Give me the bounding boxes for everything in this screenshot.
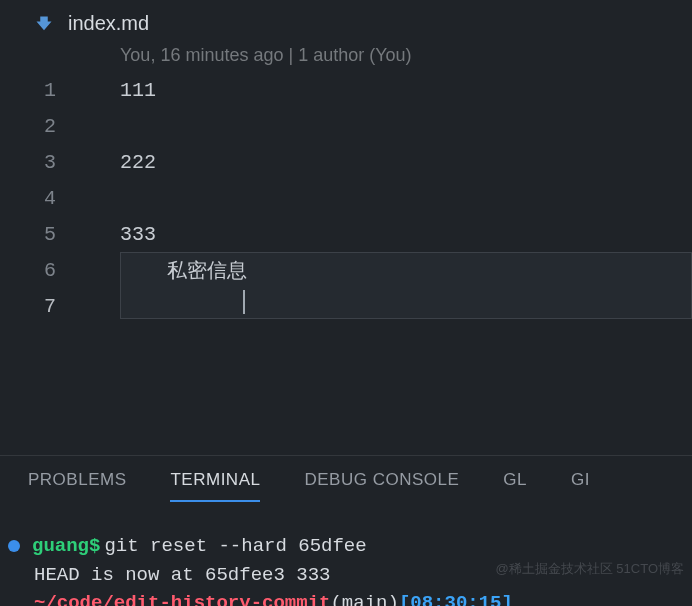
file-arrow-icon: [34, 14, 54, 34]
terminal-command: git reset --hard 65dfee: [104, 532, 366, 561]
terminal-branch: (main): [330, 589, 398, 606]
line-number: 6: [0, 259, 74, 282]
tab-gi[interactable]: GI: [571, 458, 590, 502]
code-line: 4: [0, 180, 692, 216]
code-editor[interactable]: 1 111 2 3 222 4 5 333 6 7 私密信息: [0, 72, 692, 324]
panel-tabs: PROBLEMS TERMINAL DEBUG CONSOLE GL GI: [0, 456, 692, 504]
terminal-output[interactable]: guang$ git reset --hard 65dfee HEAD is n…: [0, 504, 692, 606]
line-number: 4: [0, 187, 74, 210]
line-number: 3: [0, 151, 74, 174]
watermark: @稀土掘金技术社区 51CTO博客: [496, 560, 684, 578]
code-line: 3 222: [0, 144, 692, 180]
tab-debug-console[interactable]: DEBUG CONSOLE: [304, 458, 459, 502]
git-blame-annotation: You, 16 minutes ago | 1 author (You): [0, 43, 692, 72]
line-content[interactable]: 333: [74, 223, 156, 246]
terminal-prompt: guang$: [32, 532, 100, 561]
terminal-time: [08:30:15]: [399, 589, 513, 606]
line-content[interactable]: 111: [74, 79, 156, 102]
code-line: 2: [0, 108, 692, 144]
terminal-line: ~/code/edit-history-commit (main) [08:30…: [8, 589, 692, 606]
tab-terminal[interactable]: TERMINAL: [170, 458, 260, 502]
editor-tab-row: index.md: [0, 0, 692, 43]
inline-suggestion[interactable]: 私密信息: [120, 252, 692, 319]
text-cursor: [243, 290, 245, 314]
file-name[interactable]: index.md: [68, 12, 149, 35]
line-number: 5: [0, 223, 74, 246]
terminal-path: ~/code/edit-history-commit: [34, 589, 330, 606]
line-number: 1: [0, 79, 74, 102]
suggestion-text: 私密信息: [121, 257, 247, 284]
tab-problems[interactable]: PROBLEMS: [28, 458, 126, 502]
line-content[interactable]: 222: [74, 151, 156, 174]
terminal-line: guang$ git reset --hard 65dfee: [8, 532, 692, 561]
code-line: 5 333: [0, 216, 692, 252]
line-number: 2: [0, 115, 74, 138]
line-number: 7: [0, 295, 74, 318]
code-line: 1 111: [0, 72, 692, 108]
status-dot-icon: [8, 540, 20, 552]
bottom-panel: PROBLEMS TERMINAL DEBUG CONSOLE GL GI gu…: [0, 455, 692, 606]
tab-gl[interactable]: GL: [503, 458, 527, 502]
editor-area: index.md You, 16 minutes ago | 1 author …: [0, 0, 692, 455]
